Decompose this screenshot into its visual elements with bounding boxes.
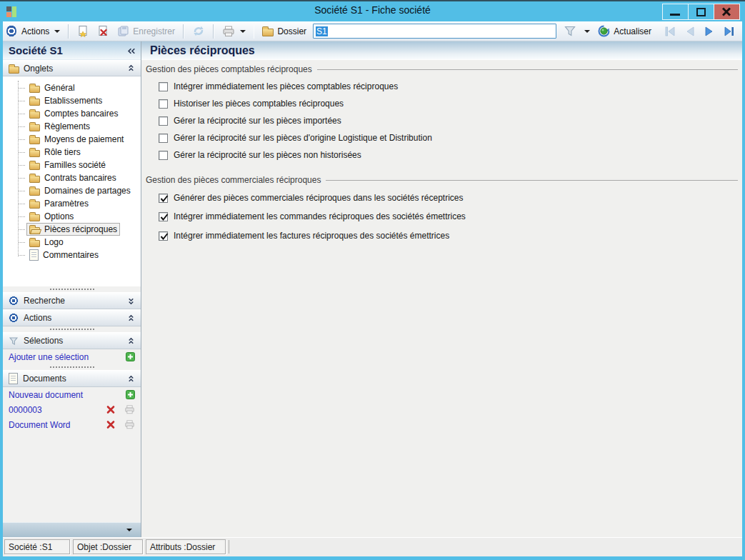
actions-menu-button[interactable]: Actions — [19, 25, 63, 38]
open-folder-icon — [29, 227, 40, 234]
tree-item-moyens-de-paiement[interactable]: Moyens de paiement — [3, 133, 141, 146]
record-target-icon[interactable] — [6, 25, 16, 37]
group-comptables-label-row: Gestion des pièces comptables réciproque… — [146, 64, 738, 74]
filter-dropdown-icon[interactable] — [584, 30, 590, 33]
add-plus-icon[interactable] — [126, 352, 135, 361]
onglets-section-header[interactable]: Onglets — [3, 60, 141, 76]
minimize-icon — [670, 14, 680, 16]
tree-item-label: Moyens de paiement — [44, 134, 124, 144]
selections-label: Sélections — [24, 336, 122, 346]
tree-item-general[interactable]: Général — [3, 81, 141, 94]
folder-icon — [29, 150, 40, 157]
documents-panel-header[interactable]: Documents — [3, 370, 141, 387]
tree-item-pieces-reciproques[interactable]: Pièces réciproques — [3, 223, 141, 236]
target-icon — [9, 296, 19, 306]
checkbox[interactable] — [159, 194, 168, 203]
dossier-input[interactable]: S1 — [313, 24, 556, 39]
tree-item-domaines-de-partages[interactable]: Domaines de partages — [3, 184, 141, 197]
sidebar-collapse-icon[interactable] — [127, 46, 135, 54]
expand-down-icon[interactable] — [127, 297, 135, 305]
close-button[interactable] — [714, 4, 739, 19]
add-plus-icon[interactable] — [126, 390, 135, 399]
checkbox[interactable] — [159, 116, 168, 126]
tree-item-commentaires[interactable]: Commentaires — [3, 249, 141, 261]
recherche-panel-header[interactable]: Recherche — [3, 292, 141, 309]
tree-item-options[interactable]: Options — [3, 210, 141, 223]
checkbox[interactable] — [159, 151, 168, 160]
chevron-down-icon[interactable] — [126, 529, 132, 531]
checkbox-label: Gérer la réciprocité sur les pièces non … — [174, 150, 361, 160]
collapse-up-icon[interactable] — [127, 64, 135, 72]
collapse-up-icon[interactable] — [127, 314, 135, 322]
checkbox-row: Intégrer immédiatement les factures réci… — [159, 231, 742, 241]
tree-item-contrats-bancaires[interactable]: Contrats bancaires — [3, 171, 141, 184]
delete-document-icon — [97, 25, 109, 37]
checkbox[interactable] — [159, 231, 168, 241]
new-document-link[interactable]: Nouveau document — [9, 390, 123, 400]
splitter-handle[interactable] — [3, 286, 141, 292]
nav-last-button[interactable] — [720, 25, 739, 38]
window-controls — [662, 4, 740, 20]
main-toolbar: Actions Enregistrer — [3, 21, 742, 41]
tree-item-logo[interactable]: Logo — [3, 236, 141, 249]
new-record-button[interactable] — [74, 24, 92, 39]
tree-item-comptes-bancaires[interactable]: Comptes bancaires — [3, 107, 141, 120]
nav-previous-button[interactable] — [681, 25, 699, 38]
maximize-button[interactable] — [688, 4, 714, 19]
tree-item-reglements[interactable]: Règlements — [3, 120, 141, 133]
selections-panel-header[interactable]: Sélections — [3, 332, 141, 349]
print-button[interactable] — [219, 24, 249, 39]
window-title: Société S1 - Fiche société — [0, 4, 745, 16]
collapse-up-icon[interactable] — [127, 375, 135, 383]
tree-item-parametres[interactable]: Paramètres — [3, 197, 141, 210]
checkbox[interactable] — [159, 212, 168, 221]
tree-item-role-tiers[interactable]: Rôle tiers — [3, 146, 141, 159]
tree-item-label: Général — [44, 83, 75, 93]
add-selection-link[interactable]: Ajouter une sélection — [9, 352, 123, 362]
dossier-button[interactable]: Dossier — [259, 24, 309, 38]
checkbox[interactable] — [159, 134, 168, 143]
folder-icon — [29, 86, 40, 93]
actions-panel-header[interactable]: Actions — [3, 309, 141, 326]
print-document-icon[interactable] — [124, 405, 135, 414]
delete-record-button[interactable] — [94, 24, 112, 39]
checkbox[interactable] — [159, 82, 168, 91]
splitter-handle[interactable] — [3, 326, 141, 332]
save-button[interactable]: Enregistrer — [114, 24, 178, 39]
tree-item-etablissements[interactable]: Etablissements — [3, 94, 141, 107]
tree-item-familles-societe[interactable]: Familles société — [3, 159, 141, 171]
actualiser-button[interactable]: Actualiser — [595, 24, 654, 39]
group-divider-line — [326, 180, 738, 181]
nav-first-button[interactable] — [661, 25, 679, 38]
group-commerciales-label-row: Gestion des pièces commerciales réciproq… — [146, 175, 738, 185]
checkbox-row: Générer des pièces commerciales réciproq… — [159, 193, 742, 203]
checkbox-row: Intégrer immédiatement les commandes réc… — [159, 211, 742, 221]
sidebar-title-bar: Société S1 — [3, 41, 141, 60]
document-link[interactable]: Document Word — [9, 420, 103, 430]
print-document-icon[interactable] — [124, 420, 135, 429]
group-label: Gestion des pièces commerciales réciproq… — [146, 175, 321, 185]
checkbox-label: Intégrer immédiatement les factures réci… — [174, 231, 449, 241]
nav-next-button[interactable] — [701, 25, 718, 38]
status-objet: Objet :Dossier — [73, 539, 143, 554]
print-dropdown-icon[interactable] — [240, 30, 246, 33]
folder-icon — [29, 176, 40, 183]
tree-item-label: Domaines de partages — [44, 186, 131, 196]
folder-icon — [29, 214, 40, 221]
delete-x-icon[interactable] — [106, 420, 116, 429]
checkbox-label: Historiser les pièces comptables récipro… — [174, 99, 344, 109]
tree-item-label: Rôle tiers — [44, 147, 81, 157]
refresh-button[interactable] — [189, 24, 208, 39]
splitter-handle[interactable] — [3, 364, 141, 370]
delete-x-icon[interactable] — [106, 405, 116, 414]
tree-item-label: Pièces réciproques — [44, 224, 117, 234]
document-row: 0000003 — [3, 402, 141, 417]
filter-button[interactable] — [561, 24, 579, 39]
checkbox[interactable] — [159, 99, 168, 109]
minimize-button[interactable] — [663, 4, 688, 19]
tree-item-label: Options — [44, 211, 74, 221]
document-link[interactable]: 0000003 — [9, 405, 103, 415]
actualiser-icon — [598, 25, 610, 37]
collapse-up-icon[interactable] — [127, 337, 135, 345]
folder-icon — [29, 124, 40, 131]
